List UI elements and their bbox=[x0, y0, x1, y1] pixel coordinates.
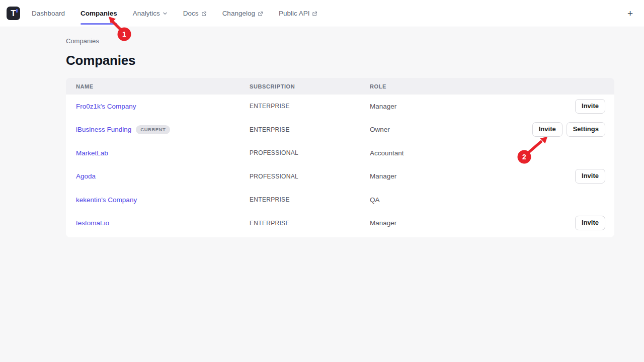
company-name-cell: Fro0z1k's Company bbox=[66, 103, 250, 110]
role-cell: Owner bbox=[370, 126, 532, 133]
companies-table: NAME SUBSCRIPTION ROLE Fro0z1k's Company… bbox=[66, 78, 614, 237]
nav-items: DashboardCompaniesAnalyticsDocsChangelog… bbox=[32, 0, 317, 27]
table-row: iBusiness FundingCURRENTENTERPRISEOwnerI… bbox=[66, 118, 614, 142]
company-name-cell: testomat.io bbox=[66, 219, 250, 227]
column-header-name: NAME bbox=[66, 83, 250, 89]
company-link[interactable]: Fro0z1k's Company bbox=[76, 103, 136, 110]
add-company-button[interactable]: + bbox=[624, 7, 636, 20]
invite-button[interactable]: Invite bbox=[575, 99, 605, 114]
app-logo-letter: T bbox=[11, 9, 16, 19]
external-link-icon bbox=[258, 11, 263, 17]
table-row: AgodaPROFESSIONALManagerInvite bbox=[66, 165, 614, 189]
column-header-subscription: SUBSCRIPTION bbox=[250, 83, 370, 89]
current-company-badge: CURRENT bbox=[136, 125, 170, 134]
company-link[interactable]: kekentin's Company bbox=[76, 196, 137, 204]
nav-item-label: Companies bbox=[80, 10, 117, 17]
subscription-cell: ENTERPRISE bbox=[250, 220, 370, 227]
page-title: Companies bbox=[66, 53, 135, 68]
company-name-cell: kekentin's Company bbox=[66, 196, 250, 204]
company-name-cell: MarketLab bbox=[66, 149, 250, 157]
company-link[interactable]: MarketLab bbox=[76, 149, 108, 157]
table-row: Fro0z1k's CompanyENTERPRISEManagerInvite bbox=[66, 95, 614, 118]
nav-item-label: Dashboard bbox=[32, 10, 65, 17]
nav-item-changelog[interactable]: Changelog bbox=[222, 0, 263, 27]
role-cell: Manager bbox=[370, 172, 575, 180]
external-link-icon bbox=[201, 11, 207, 17]
company-link[interactable]: Agoda bbox=[76, 172, 96, 180]
chevron-down-icon bbox=[163, 11, 168, 16]
nav-item-label: Docs bbox=[183, 10, 199, 17]
row-actions: Invite bbox=[575, 99, 614, 114]
table-header-row: NAME SUBSCRIPTION ROLE bbox=[66, 78, 614, 95]
subscription-cell: ENTERPRISE bbox=[250, 103, 370, 110]
invite-button[interactable]: Invite bbox=[532, 122, 562, 137]
role-cell: Manager bbox=[370, 219, 575, 227]
logo-tick-icon bbox=[16, 9, 18, 13]
app-window: T DashboardCompaniesAnalyticsDocsChangel… bbox=[0, 0, 644, 362]
invite-button[interactable]: Invite bbox=[575, 169, 605, 184]
nav-item-label: Analytics bbox=[133, 10, 160, 17]
row-actions: InviteSettings bbox=[532, 122, 614, 137]
role-cell: Accountant bbox=[370, 149, 605, 157]
company-name-cell: Agoda bbox=[66, 172, 250, 180]
nav-item-companies[interactable]: Companies bbox=[80, 0, 117, 27]
nav-item-docs[interactable]: Docs bbox=[183, 0, 207, 27]
company-name-cell: iBusiness FundingCURRENT bbox=[66, 125, 250, 134]
role-cell: QA bbox=[370, 196, 605, 204]
table-row: testomat.ioENTERPRISEManagerInvite bbox=[66, 212, 614, 235]
table-row: kekentin's CompanyENTERPRISEQA bbox=[66, 188, 614, 212]
nav-item-public-api[interactable]: Public API bbox=[279, 0, 318, 27]
nav-item-label: Changelog bbox=[222, 10, 255, 17]
app-logo[interactable]: T bbox=[7, 7, 20, 20]
company-link[interactable]: iBusiness Funding bbox=[76, 126, 131, 133]
nav-item-dashboard[interactable]: Dashboard bbox=[32, 0, 65, 27]
table-row: MarketLabPROFESSIONALAccountant bbox=[66, 141, 614, 165]
settings-button[interactable]: Settings bbox=[567, 122, 605, 137]
row-actions: Invite bbox=[575, 216, 614, 230]
table-body: Fro0z1k's CompanyENTERPRISEManagerInvite… bbox=[66, 95, 614, 237]
breadcrumb[interactable]: Companies bbox=[66, 37, 99, 45]
company-link[interactable]: testomat.io bbox=[76, 219, 109, 227]
top-navbar: T DashboardCompaniesAnalyticsDocsChangel… bbox=[0, 0, 644, 27]
subscription-cell: ENTERPRISE bbox=[250, 196, 370, 203]
column-header-role: ROLE bbox=[370, 83, 614, 89]
invite-button[interactable]: Invite bbox=[575, 216, 605, 230]
subscription-cell: ENTERPRISE bbox=[250, 126, 370, 133]
role-cell: Manager bbox=[370, 103, 575, 110]
page-content: Companies Companies NAME SUBSCRIPTION RO… bbox=[0, 27, 644, 362]
subscription-cell: PROFESSIONAL bbox=[250, 149, 370, 156]
subscription-cell: PROFESSIONAL bbox=[250, 173, 370, 180]
nav-item-label: Public API bbox=[279, 10, 310, 17]
external-link-icon bbox=[312, 11, 317, 17]
nav-item-analytics[interactable]: Analytics bbox=[133, 0, 168, 27]
row-actions: Invite bbox=[575, 169, 614, 184]
